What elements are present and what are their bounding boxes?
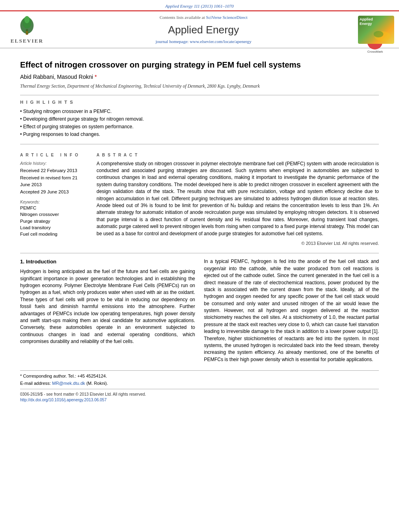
- journal-top-bar: Applied Energy 111 (2013) 1061–1070: [0, 0, 399, 11]
- rule-1: [20, 95, 379, 95]
- copyright-line: © 2013 Elsevier Ltd. All rights reserved…: [97, 240, 379, 246]
- copyright-footer: 0306-2619/$ - see front matter © 2013 El…: [20, 392, 146, 396]
- svg-point-4: [26, 31, 28, 33]
- footnote-email: E-mail address: MR@mek.dtu.dk (M. Rokni)…: [20, 380, 379, 386]
- accepted-date: Accepted 29 June 2013: [20, 189, 88, 195]
- keywords-list: PEMFC Nitrogen crossover Purge strategy …: [20, 205, 88, 237]
- keywords-section: Keywords: PEMFC Nitrogen crossover Purge…: [20, 199, 88, 237]
- authors-line: Abid Rabbani, Masoud Rokni *: [20, 73, 379, 81]
- keywords-label: Keywords:: [20, 199, 88, 205]
- affiliation: Thermal Energy Section, Department of Me…: [20, 83, 379, 89]
- received-date: Received 22 February 2013: [20, 167, 88, 174]
- elsevier-tree-icon: [13, 14, 41, 37]
- main-content: ✓ CrossMark Effect of nitrogen crossover…: [0, 48, 399, 407]
- revised-date: Received in revised form 21 June 2013: [20, 175, 88, 187]
- intro-paragraph-2: In a typical PEMFC, hydrogen is fed into…: [204, 258, 379, 363]
- elsevier-logo-area: ELSEVIER: [5, 14, 49, 45]
- doi-link[interactable]: http://dx.doi.org/10.1016/j.apenergy.201…: [20, 398, 107, 402]
- journal-homepage: journal homepage: www.elsevier.com/locat…: [49, 39, 358, 45]
- abstract-column: A B S T R A C T A comprehensive study on…: [97, 148, 379, 247]
- corresponding-author-marker: *: [95, 74, 97, 80]
- sciverse-line: Contents lists available at SciVerse Sci…: [49, 14, 358, 21]
- right-logo-text: AppliedEnergy: [360, 17, 373, 26]
- journal-center-info: Contents lists available at SciVerse Sci…: [49, 14, 358, 45]
- crossmark-label: CrossMark: [367, 49, 383, 54]
- applied-energy-logo: AppliedEnergy: [358, 16, 394, 44]
- journal-header: ELSEVIER Contents lists available at Sci…: [0, 11, 399, 48]
- logo-decoration-icon: [372, 26, 393, 42]
- body-col-right: In a typical PEMFC, hydrogen is fed into…: [204, 258, 379, 366]
- elsevier-logo: ELSEVIER: [10, 14, 43, 45]
- intro-paragraph-1: Hydrogen is being anticipated as the fue…: [20, 268, 195, 345]
- article-info-column: A R T I C L E I N F O Article history: R…: [20, 148, 88, 247]
- highlights-heading: H I G H L I G H T S: [20, 99, 379, 105]
- list-item: Purging responses to load changes.: [20, 131, 379, 138]
- abstract-text: A comprehensive study on nitrogen crosso…: [97, 160, 379, 237]
- footnote-star: * Corresponding author. Tel.: +45 452541…: [20, 373, 379, 379]
- svg-point-3: [25, 16, 30, 23]
- bottom-bar: 0306-2619/$ - see front matter © 2013 El…: [20, 389, 379, 403]
- body-col-left: 1. Introduction Hydrogen is being antici…: [20, 258, 195, 366]
- abstract-heading: A B S T R A C T: [97, 152, 379, 158]
- list-item: Developing different purge strategy for …: [20, 115, 379, 123]
- email-label: E-mail address:: [20, 381, 51, 386]
- elsevier-wordmark: ELSEVIER: [10, 37, 43, 45]
- highlights-section: H I G H L I G H T S Studying nitrogen cr…: [20, 99, 379, 138]
- journal-title: Applied Energy: [49, 23, 358, 37]
- journal-reference: Applied Energy 111 (2013) 1061–1070: [165, 4, 234, 8]
- article-info-heading: A R T I C L E I N F O: [20, 152, 88, 158]
- footnote-area: * Corresponding author. Tel.: +45 452541…: [20, 370, 379, 403]
- rule-2: [20, 144, 379, 144]
- sciverse-link[interactable]: SciVerse ScienceDirect: [206, 15, 247, 20]
- author-names: Abid Rabbani, Masoud Rokni: [20, 74, 93, 80]
- email-address[interactable]: MR@mek.dtu.dk: [52, 381, 85, 386]
- paper-title: Effect of nitrogen crossover on purging …: [20, 60, 379, 70]
- article-info-abstract-row: A R T I C L E I N F O Article history: R…: [20, 148, 379, 247]
- svg-point-6: [374, 31, 383, 37]
- highlights-list: Studying nitrogen crossover in a PEMFC. …: [20, 108, 379, 138]
- list-item: Studying nitrogen crossover in a PEMFC.: [20, 108, 379, 115]
- intro-heading: 1. Introduction: [20, 258, 195, 266]
- email-who: (M. Rokni).: [86, 381, 108, 386]
- list-item: Effect of purging strategies on system p…: [20, 123, 379, 131]
- body-two-col: 1. Introduction Hydrogen is being antici…: [20, 258, 379, 366]
- body-section: 1. Introduction Hydrogen is being antici…: [20, 253, 379, 366]
- history-label: Article history:: [20, 160, 88, 166]
